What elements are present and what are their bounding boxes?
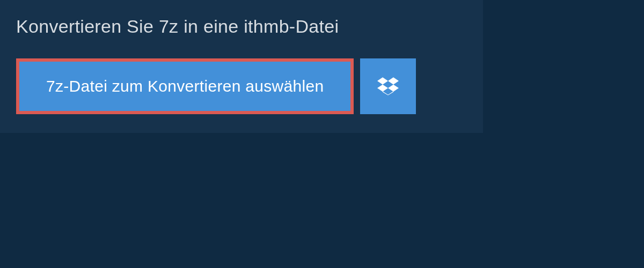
select-file-label: 7z-Datei zum Konvertieren auswählen xyxy=(46,77,324,95)
converter-panel: Konvertieren Sie 7z in eine ithmb-Datei … xyxy=(0,0,483,133)
select-file-button[interactable]: 7z-Datei zum Konvertieren auswählen xyxy=(19,62,350,111)
dropbox-icon xyxy=(377,76,399,97)
page-title: Konvertieren Sie 7z in eine ithmb-Datei xyxy=(16,16,467,37)
dropbox-button[interactable] xyxy=(360,58,416,114)
action-row: 7z-Datei zum Konvertieren auswählen xyxy=(16,58,467,114)
highlight-border: 7z-Datei zum Konvertieren auswählen xyxy=(16,58,354,114)
